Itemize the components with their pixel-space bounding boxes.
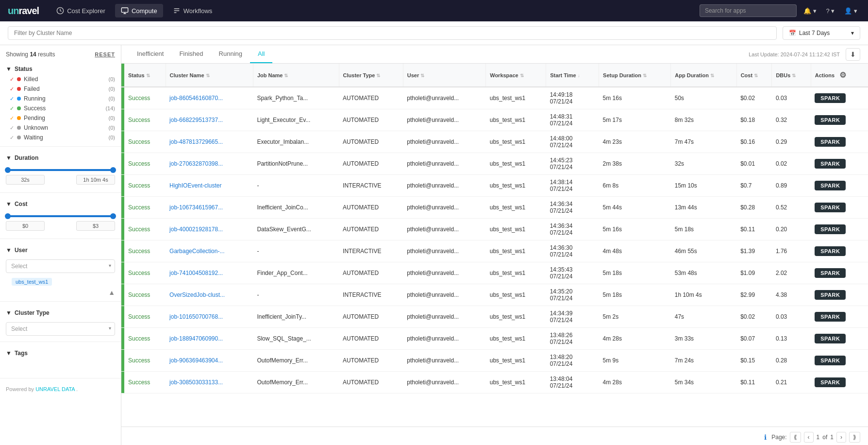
spark-button[interactable]: SPARK [815,268,846,278]
nav-compute[interactable]: Compute [115,4,163,17]
spark-button[interactable]: SPARK [815,312,846,322]
cluster-link[interactable]: job-308503033133... [169,379,223,386]
col-status[interactable]: Status⇅ [124,64,166,87]
sort-icon: ⇅ [420,73,424,78]
cost-max-thumb[interactable] [110,213,116,219]
spark-button[interactable]: SPARK [815,246,846,256]
cost-section-header[interactable]: ▼ Cost [0,197,121,209]
download-button[interactable]: ⬇ [846,48,860,61]
cell-start-time: 13:48:26 07/21/24 [546,328,599,350]
spark-button[interactable]: SPARK [815,290,846,300]
tab-running[interactable]: Running [211,45,250,63]
last-page-button[interactable]: ⟫ [849,432,860,443]
cell-cluster-type: AUTOMATED [339,350,403,372]
spark-button[interactable]: SPARK [815,334,846,343]
cluster-link[interactable]: job-188947060990... [169,335,223,342]
spark-button[interactable]: SPARK [815,203,846,212]
spark-button[interactable]: SPARK [815,137,846,147]
status-item-failed[interactable]: ✓ Failed (0) [0,84,121,94]
cell-status: Success [124,372,166,394]
status-label-unknown: Unknown [24,124,106,131]
col-user[interactable]: User⇅ [403,64,485,87]
reset-button[interactable]: RESET [95,51,115,57]
prev-page-button[interactable]: ‹ [804,432,814,443]
col-job-name[interactable]: Job Name⇅ [253,64,339,87]
col-cluster-type[interactable]: Cluster Type⇅ [339,64,403,87]
cell-cluster-type: AUTOMATED [339,153,403,175]
spark-button[interactable]: SPARK [815,356,846,365]
cluster-link[interactable]: job-860546160870... [169,95,223,102]
tab-inefficient[interactable]: Inefficient [129,45,171,63]
status-item-running[interactable]: ✓ Running (0) [0,94,121,103]
cluster-link[interactable]: job-106734615967... [169,204,223,211]
status-count-success: (14) [105,105,115,111]
check-icon: ✓ [10,76,14,83]
col-app-duration[interactable]: App Duration⇅ [671,64,736,87]
cell-dbus: 1.76 [772,240,811,262]
spark-button[interactable]: SPARK [815,159,846,169]
nav-cost-explorer[interactable]: Cost Explorer [50,4,111,17]
col-dbus[interactable]: DBUs⇅ [772,64,811,87]
table-row: Success job-400021928178... DataSkew_Eve… [121,219,868,240]
cluster-link[interactable]: job-487813729665... [169,138,223,145]
user-select[interactable]: Select [6,259,115,273]
user-collapse-button[interactable]: ▲ [0,288,121,297]
cost-fill [8,215,113,217]
col-setup-duration[interactable]: Setup Duration⇅ [599,64,671,87]
cluster-link[interactable]: job-101650700768... [169,313,223,320]
status-dot-success [17,106,21,110]
status-item-waiting[interactable]: ✓ Waiting (0) [0,133,121,142]
unravel-data-link[interactable]: UNRAVEL DATA [35,386,75,392]
cluster-type-select[interactable]: Select [6,322,115,336]
cluster-link[interactable]: job-270632870398... [169,160,223,167]
status-item-unknown[interactable]: ✓ Unknown (0) [0,123,121,133]
date-filter-dropdown[interactable]: 📅 Last 7 Days ▾ [783,26,860,40]
next-page-button[interactable]: › [836,432,846,443]
spark-button[interactable]: SPARK [815,224,846,234]
cell-cluster-type: AUTOMATED [339,87,403,109]
tags-section-header[interactable]: ▼ Tags [0,346,121,359]
settings-icon[interactable]: ⚙ [837,68,848,82]
status-item-pending[interactable]: ✓ Pending (0) [0,113,121,123]
duration-section-header[interactable]: ▼ Duration [0,151,121,163]
first-page-button[interactable]: ⟪ [790,432,801,443]
col-workspace[interactable]: Workspace⇅ [486,64,546,87]
duration-min-thumb[interactable] [5,167,11,173]
duration-track[interactable] [8,169,113,171]
cost-min-thumb[interactable] [5,213,11,219]
user-menu-button[interactable]: 👤 ▾ [841,5,860,17]
cell-cost: $0.28 [736,197,772,219]
cell-app-duration: 5m 34s [671,372,736,394]
status-item-success[interactable]: ✓ Success (14) [0,103,121,113]
nav-workflows[interactable]: Workflows [167,4,218,17]
cluster-name-filter[interactable] [8,26,777,40]
help-button[interactable]: ? ▾ [823,5,838,17]
spark-button[interactable]: SPARK [815,181,846,190]
cell-cluster-type: AUTOMATED [339,197,403,219]
cost-track[interactable] [8,215,113,217]
cluster-link[interactable]: job-906369463904... [169,357,223,364]
notifications-button[interactable]: 🔔 ▾ [801,5,819,17]
cluster-link[interactable]: job-668229513737... [169,117,223,123]
cluster-type-section-header[interactable]: ▼ Cluster Type [0,306,121,318]
col-start-time[interactable]: Start Time↓ [546,64,599,87]
tab-finished[interactable]: Finished [171,45,211,63]
cluster-link[interactable]: GarbageCollection-... [169,248,224,255]
cluster-link[interactable]: OverSizedJob-clust... [169,291,225,298]
cluster-link[interactable]: job-400021928178... [169,226,223,233]
spark-button[interactable]: SPARK [815,115,846,125]
search-input[interactable] [700,4,797,17]
user-section-header[interactable]: ▼ User [0,243,121,256]
status-item-killed[interactable]: ✓ Killed (0) [0,74,121,84]
cluster-link[interactable]: HighIOEvent-cluster [169,182,221,189]
main-content: Inefficient Finished Running All Last Up… [121,45,868,445]
cluster-link[interactable]: job-741004508192... [169,270,223,276]
status-count-waiting: (0) [109,135,115,140]
spark-button[interactable]: SPARK [815,377,846,387]
duration-max-thumb[interactable] [110,167,116,173]
col-cluster-name[interactable]: Cluster Name⇅ [166,64,253,87]
spark-button[interactable]: SPARK [815,93,846,103]
tab-all[interactable]: All [250,45,272,63]
col-cost[interactable]: Cost⇅ [736,64,772,87]
status-section-header[interactable]: ▼ Status [0,62,121,74]
